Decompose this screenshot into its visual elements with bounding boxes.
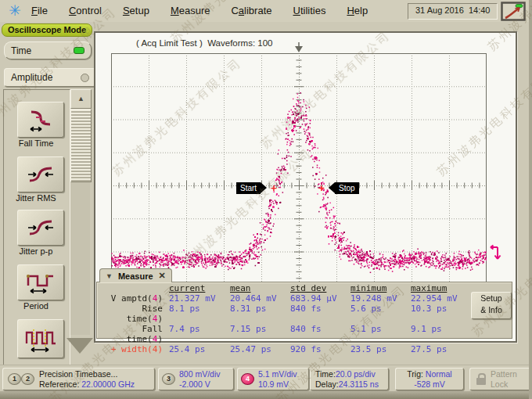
- jitter-rms-label: Jitter RMS: [3, 193, 69, 203]
- label-post: ontrol: [76, 5, 102, 16]
- cell-value: 9.1 ps: [411, 324, 472, 344]
- collapse-chevron-icon[interactable]: ▼: [106, 272, 113, 280]
- row-label-rise-time: Rise time(4): [102, 304, 169, 324]
- start-crossing-marker: +: [271, 182, 277, 194]
- timebase-status-button[interactable]: 1 2 Precision Timebase... Reference: 22.…: [2, 368, 155, 390]
- ch3-offset: -2.000 V: [179, 379, 221, 390]
- window-bottom-edge: [0, 391, 532, 399]
- ch4-scale: 5.1 mV/div: [258, 369, 297, 379]
- menu-help[interactable]: Help: [347, 5, 368, 16]
- fall-time-label: Fall Time: [3, 138, 69, 148]
- col-header-std-dev: std dev: [290, 283, 350, 293]
- label-accel: U: [293, 5, 300, 16]
- agilent-spark-icon: ✳: [5, 2, 25, 20]
- label-text: ): [157, 314, 163, 324]
- reference-label: Reference:: [39, 379, 81, 389]
- status-bar: 1 2 Precision Timebase... Reference: 22.…: [0, 365, 532, 392]
- jitter-rms-button[interactable]: [17, 156, 64, 192]
- cell-value: 7.4 ps: [169, 324, 230, 344]
- fall-time-button[interactable]: [17, 102, 64, 138]
- measure-tab-label: Measure: [118, 271, 153, 281]
- channel-4-badge[interactable]: 4: [241, 373, 254, 385]
- cell-value: 7.15 ps: [230, 324, 290, 344]
- rising-signal-icon: [501, 2, 526, 21]
- timebase-reference: Reference: 22.00000 GHz: [39, 379, 135, 390]
- scrollbar-thumb[interactable]: [70, 109, 92, 182]
- cell-value: 27.5 ps: [411, 344, 472, 354]
- ch3-scale: 800 mV/div: [179, 369, 221, 379]
- trigger-mode-line: Trig: Normal: [396, 369, 463, 379]
- menu-bar: ✳ File Control Setup Measure Calibrate U…: [0, 0, 532, 22]
- timebase-scale-status-button[interactable]: Time:20.0 ps/div Delay:24.3115 ns: [310, 368, 389, 390]
- scroll-down-button[interactable]: [66, 338, 93, 354]
- label-post: tilities: [300, 5, 326, 16]
- multi-pulse-icon: [24, 325, 57, 353]
- period-button[interactable]: [17, 264, 64, 300]
- oscilloscope-screen: ✳ File Control Setup Measure Calibrate U…: [0, 0, 532, 399]
- cell-value: 5.1 ps: [350, 324, 411, 344]
- menu-utilities[interactable]: Utilities: [293, 5, 326, 16]
- cell-value: 10.3 ps: [411, 304, 472, 324]
- trigger-status-button[interactable]: Trig: Normal -528 mV: [395, 368, 464, 390]
- col-header-mean: mean: [230, 283, 290, 293]
- pattern-lock-button[interactable]: Pattern Lock: [469, 368, 531, 390]
- delay-value: 24.3115 ns: [339, 379, 379, 389]
- select-label: Amplitude: [11, 72, 81, 83]
- row-label-plus-width: + width(4): [102, 344, 169, 354]
- label-pre: C: [231, 5, 238, 16]
- scrollbar-trough[interactable]: [70, 182, 90, 335]
- waveform-position-marker-icon[interactable]: [487, 244, 502, 264]
- jitter-pp-button[interactable]: [17, 210, 64, 246]
- pattern-lock-line2: Lock: [491, 379, 517, 390]
- channel-2-badge[interactable]: 2: [21, 373, 34, 385]
- start-marker-flag[interactable]: Start: [236, 182, 261, 194]
- col-header-minimum: minimum: [350, 283, 411, 293]
- measure-tab[interactable]: ▼ Measure ✕: [99, 268, 172, 282]
- menu-control[interactable]: Control: [69, 5, 102, 16]
- cell-value: 25.47 ps: [230, 344, 290, 354]
- pattern-lock-line1: Pattern: [491, 369, 517, 379]
- menu-file[interactable]: File: [31, 5, 48, 16]
- label-post: easure: [179, 5, 210, 16]
- period-label: Period: [3, 301, 69, 311]
- channel-3-status-button[interactable]: 3 800 mV/div -2.000 V: [158, 368, 234, 390]
- label-text: ): [157, 334, 163, 344]
- cell-value: 920 fs: [290, 344, 350, 354]
- channel-3-badge[interactable]: 3: [162, 373, 175, 385]
- multi-pulse-button[interactable]: [17, 319, 64, 358]
- time-value: 20.0 ps/div: [336, 369, 376, 379]
- menu-calibrate[interactable]: Calibrate: [231, 5, 271, 16]
- category-select-amplitude[interactable]: Amplitude: [4, 68, 96, 87]
- label-post: librate: [244, 5, 271, 16]
- touch-screen-icon-button[interactable]: [501, 2, 526, 24]
- stop-crossing-marker: +: [318, 182, 325, 194]
- measurement-table: current mean std dev minimum maximum V a…: [102, 283, 472, 354]
- cell-value: 683.94 µV: [290, 293, 350, 304]
- label-accel: F: [31, 5, 38, 16]
- cell-value: 20.464 mV: [230, 293, 290, 304]
- scroll-up-button[interactable]: ▲: [70, 89, 92, 109]
- cell-value: 840 fs: [290, 324, 350, 344]
- cell-value: 25.4 ps: [169, 344, 230, 354]
- lock-icon-body: [476, 378, 486, 385]
- label-post: ile: [38, 5, 48, 16]
- label-accel: M: [171, 5, 179, 16]
- horizontal-reference-marker-icon[interactable]: [293, 42, 305, 53]
- stop-marker-flag[interactable]: Stop: [335, 182, 359, 194]
- category-select-time[interactable]: Time: [4, 41, 92, 59]
- setup-info-button[interactable]: Setup & Info: [471, 292, 512, 319]
- col-header-maximum: maximum: [411, 283, 472, 293]
- menu-setup[interactable]: Setup: [123, 5, 149, 16]
- channel-4-status-button[interactable]: 4 5.1 mV/div 10.9 mV: [237, 368, 309, 390]
- label-post: etup: [130, 5, 149, 16]
- setup-info-line1: Setup: [472, 293, 511, 304]
- datetime-display: 31 Aug 2016 14:40: [408, 3, 498, 20]
- cell-value: 5.6 ps: [350, 304, 411, 324]
- delay-line: Delay:24.3115 ns: [315, 379, 379, 390]
- label-accel: H: [347, 5, 354, 16]
- channel-1-badge[interactable]: 1: [8, 373, 21, 385]
- close-icon[interactable]: ✕: [159, 271, 166, 281]
- col-header-current: current: [169, 283, 230, 293]
- menu-measure[interactable]: Measure: [171, 5, 210, 16]
- label-accel: S: [123, 5, 130, 16]
